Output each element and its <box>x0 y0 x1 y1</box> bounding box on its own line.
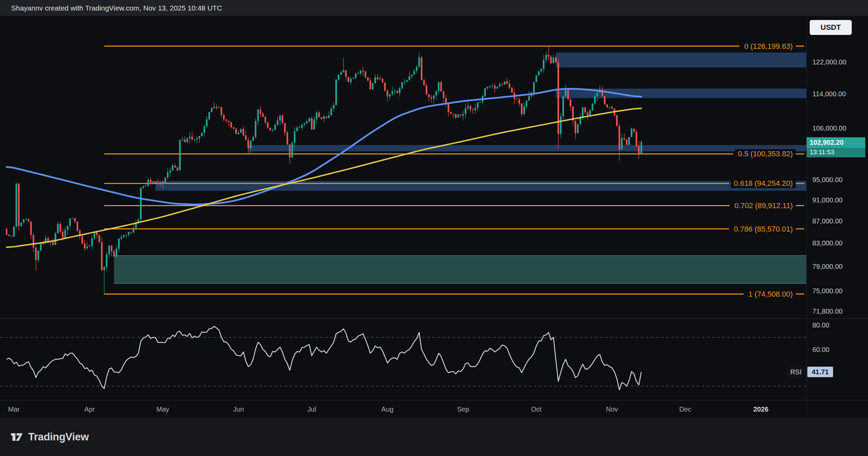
candle <box>389 94 391 100</box>
time-axis-label[interactable]: Mar <box>8 405 20 413</box>
candle <box>23 219 24 224</box>
candle <box>123 234 125 238</box>
candle <box>8 234 10 236</box>
candle <box>399 86 400 97</box>
time-axis-label[interactable]: Oct <box>531 405 542 413</box>
candle <box>496 86 498 89</box>
candle <box>301 124 303 131</box>
candle <box>257 109 259 125</box>
candle <box>423 79 425 85</box>
candle <box>128 232 130 237</box>
candle <box>382 78 383 83</box>
candle <box>470 105 471 113</box>
candle <box>167 168 169 180</box>
candle <box>374 74 376 84</box>
fib-level-label[interactable]: 0.786 (85,570.01) <box>734 225 793 233</box>
last-price-value: 102,902.20 <box>807 137 865 148</box>
candle <box>179 139 181 171</box>
tradingview-wordmark: TradingView <box>28 431 89 443</box>
candle <box>387 90 388 102</box>
candle <box>448 104 449 116</box>
candle <box>326 116 327 118</box>
fib-level-label[interactable]: 0.5 (100,353.82) <box>738 150 793 158</box>
candle <box>379 76 381 80</box>
candle <box>45 235 46 244</box>
time-axis-label[interactable]: Aug <box>381 405 394 413</box>
time-axis-label[interactable]: May <box>156 405 169 413</box>
candle <box>59 222 61 234</box>
candle <box>52 239 54 245</box>
candle <box>328 111 330 118</box>
candle <box>553 54 554 63</box>
time-axis-label[interactable]: Jul <box>308 405 316 413</box>
candle <box>18 183 20 231</box>
candle <box>331 105 332 115</box>
time-axis-label[interactable]: Dec <box>679 405 691 413</box>
candle <box>360 71 361 76</box>
price-axis-label: 122,000.00 <box>812 58 846 66</box>
candle <box>401 82 403 90</box>
candle <box>460 114 461 117</box>
candle <box>567 88 569 100</box>
price-axis-label: 87,000.00 <box>812 217 843 225</box>
candle <box>69 218 71 229</box>
candle <box>489 86 491 88</box>
tradingview-logomark <box>10 430 24 444</box>
candle <box>636 130 637 147</box>
candle <box>435 91 437 100</box>
candle <box>99 235 100 243</box>
candle <box>103 266 105 294</box>
chart-canvas[interactable]: 0 (126,199.63)0.5 (100,353.82)0.618 (94,… <box>0 0 868 456</box>
candle <box>504 81 506 85</box>
fib-level-label[interactable]: 1 (74,508.00) <box>748 290 793 298</box>
tradingview-chart-page: 0 (126,199.63)0.5 (100,353.82)0.618 (94,… <box>0 0 868 456</box>
candle <box>235 128 237 134</box>
candle <box>91 235 93 249</box>
candle <box>194 139 195 141</box>
fib-level-label[interactable]: 0 (126,199.63) <box>744 42 793 51</box>
candle <box>130 232 132 235</box>
candle <box>357 72 359 74</box>
time-axis-label[interactable]: Nov <box>606 405 618 413</box>
candle <box>79 228 81 239</box>
candle <box>418 53 420 68</box>
fib-level-label[interactable]: 0.702 (89,912.11) <box>734 201 793 210</box>
attribution-text: Shayannv created with TradingView.com, N… <box>11 4 222 12</box>
candle <box>225 119 227 123</box>
candle <box>252 136 254 141</box>
time-axis-label[interactable]: 2026 <box>753 405 769 413</box>
currency-toggle-usdt[interactable]: USDT <box>810 20 852 35</box>
candle <box>186 138 188 143</box>
candle <box>201 133 203 136</box>
time-axis-label[interactable]: Sep <box>457 405 469 413</box>
price-axis-label: 83,000.00 <box>812 239 843 247</box>
candle <box>394 88 396 94</box>
candle <box>189 132 191 143</box>
candle <box>616 114 618 126</box>
candle <box>509 80 510 89</box>
candle <box>120 234 122 240</box>
fib-level-label[interactable]: 0.618 (94,254.20) <box>734 179 793 187</box>
tradingview-logo[interactable]: TradingView <box>10 430 89 444</box>
candle <box>25 218 27 220</box>
candle <box>631 127 632 137</box>
candle <box>169 168 171 177</box>
candle <box>321 117 322 120</box>
time-axis-label[interactable]: Apr <box>84 405 95 413</box>
candle <box>111 245 113 256</box>
candle <box>477 102 479 112</box>
candle <box>279 115 281 125</box>
rsi-indicator-label[interactable]: RSI <box>787 366 805 377</box>
candle-countdown: 13:11:53 <box>807 148 865 157</box>
candle <box>113 250 115 257</box>
candle <box>611 105 613 109</box>
candle <box>313 116 315 130</box>
time-axis-label[interactable]: Jun <box>233 405 244 413</box>
candle <box>16 183 17 228</box>
candle <box>565 84 567 98</box>
candle <box>348 77 349 82</box>
candle <box>592 103 593 111</box>
candle <box>238 130 239 135</box>
candle <box>362 67 364 76</box>
candle <box>270 128 271 131</box>
